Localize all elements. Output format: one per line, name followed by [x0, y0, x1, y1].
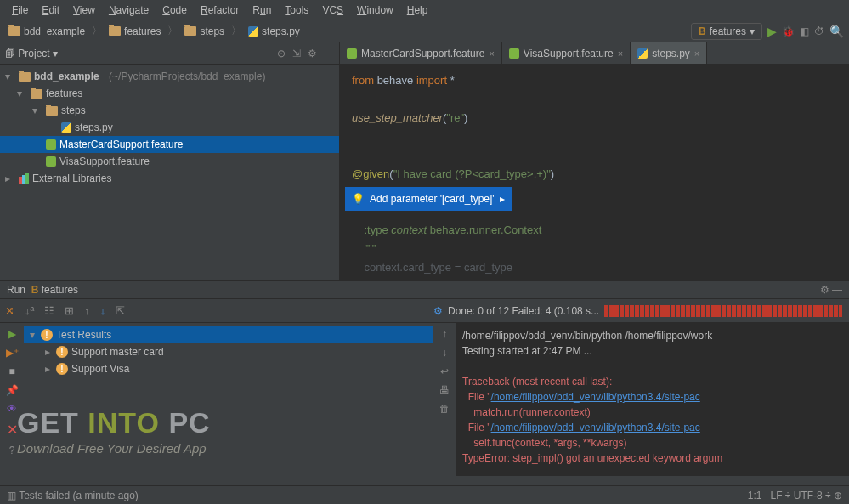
tree-visa-feature[interactable]: VisaSupport.feature	[0, 153, 339, 170]
behave-icon: B	[699, 25, 706, 37]
pin-icon[interactable]: 📌	[6, 384, 19, 396]
search-icon[interactable]: 🔍	[829, 25, 844, 38]
scroll-up-icon[interactable]: ↑	[442, 328, 447, 340]
test-results-root[interactable]: ▾!Test Results	[24, 326, 433, 343]
down-icon[interactable]: ↓	[100, 304, 106, 317]
close-icon[interactable]: ×	[694, 48, 699, 59]
status-bar: ▥ Tests failed (a minute ago) 1:1 LF ÷ U…	[0, 485, 849, 504]
warn-icon: !	[41, 329, 53, 341]
folder-icon	[109, 26, 121, 36]
console-gutter: ↑ ↓ ↩ 🖶 🗑	[433, 323, 456, 476]
menu-bar: File Edit View Navigate Code Refactor Ru…	[0, 0, 849, 20]
menu-vcs[interactable]: VCS	[315, 4, 350, 16]
close-run-icon[interactable]: ✕	[7, 422, 18, 438]
watch-icon[interactable]: 👁	[7, 403, 17, 415]
test-summary: Done: 0 of 12 Failed: 4 (0.108 s...	[448, 305, 599, 317]
library-icon	[19, 173, 29, 184]
intention-label: Add parameter '[card_type]'	[370, 190, 495, 208]
rerun-failed-icon[interactable]: ▶⁺	[6, 347, 19, 359]
sort-icon[interactable]: ↓ª	[25, 304, 34, 317]
breadcrumb: bdd_example〉 features〉 steps〉 steps.py	[5, 24, 303, 39]
run-settings-icon[interactable]: ⚙ —	[820, 284, 842, 296]
folder-icon	[8, 26, 20, 36]
export-icon[interactable]: ⇱	[116, 304, 125, 317]
tree-mastercard-feature[interactable]: MasterCardSupport.feature	[0, 136, 339, 153]
lock-icon[interactable]: ⊕	[834, 490, 842, 501]
chevron-right-icon: ▸	[500, 190, 505, 208]
warn-icon: !	[56, 346, 68, 358]
menu-window[interactable]: Window	[350, 4, 400, 16]
menu-tools[interactable]: Tools	[278, 4, 315, 16]
crumb-steps[interactable]: steps	[181, 24, 228, 39]
tree-steps[interactable]: ▾steps	[0, 102, 339, 119]
filter-icon[interactable]: ☷	[44, 304, 54, 317]
run-toolbar: ⤨ ↓ª ☷ ⊞ ↑ ↓ ⇱ ⚙ Done: 0 of 12 Failed: 4…	[0, 299, 849, 323]
crumb-file[interactable]: steps.py	[245, 24, 303, 39]
close-icon[interactable]: ×	[489, 48, 494, 59]
run-button[interactable]: ▶	[767, 25, 777, 38]
stop-icon[interactable]: ■	[8, 365, 14, 377]
menu-code[interactable]: Code	[156, 4, 194, 16]
menu-refactor[interactable]: Refactor	[194, 4, 246, 16]
feature-file-icon	[46, 156, 56, 167]
warn-icon: !	[56, 363, 68, 375]
code-editor[interactable]: from behave import * use_step_matcher("r…	[340, 65, 849, 280]
folder-icon	[19, 72, 31, 82]
close-icon[interactable]: ×	[618, 48, 623, 59]
encoding[interactable]: UTF-8	[794, 490, 823, 501]
python-file-icon	[637, 48, 648, 59]
print-icon[interactable]: 🖶	[439, 384, 450, 396]
test-visa[interactable]: ▸!Support Visa	[24, 360, 433, 377]
menu-file[interactable]: File	[5, 4, 35, 16]
scroll-from-source-icon[interactable]: ⊙	[277, 48, 286, 59]
tab-steps-py[interactable]: steps.py×	[631, 42, 707, 64]
hide-icon[interactable]: —	[324, 48, 334, 59]
test-master[interactable]: ▸!Support master card	[24, 343, 433, 360]
crumb-root[interactable]: bdd_example	[5, 24, 88, 39]
feature-file-icon	[509, 48, 519, 59]
soft-wrap-icon[interactable]: ↩	[440, 365, 449, 377]
menu-navigate[interactable]: Navigate	[102, 4, 156, 16]
rerun-icon[interactable]: ▶	[8, 328, 16, 340]
clear-icon[interactable]: 🗑	[439, 403, 450, 415]
project-view-selector[interactable]: 🗐 Project ▾	[5, 48, 58, 59]
test-progress-bar	[604, 305, 842, 317]
folder-icon	[31, 89, 42, 99]
run-config-selector[interactable]: B features ▾	[691, 23, 762, 40]
navigation-bar: bdd_example〉 features〉 steps〉 steps.py B…	[0, 20, 849, 42]
menu-edit[interactable]: Edit	[35, 4, 66, 16]
line-ending[interactable]: LF	[770, 490, 782, 501]
test-tree[interactable]: ▾!Test Results ▸!Support master card ▸!S…	[24, 323, 433, 476]
expand-icon[interactable]: ⊞	[65, 304, 74, 317]
status-message: Tests failed (a minute ago)	[19, 490, 139, 501]
console-output[interactable]: /home/filippov/bdd_venv/bin/python /home…	[456, 323, 849, 476]
up-icon[interactable]: ↑	[84, 304, 90, 317]
menu-view[interactable]: View	[66, 4, 102, 16]
project-tree[interactable]: ▾bdd_example (~/PycharmProjects/bdd_exam…	[0, 65, 339, 280]
coverage-button[interactable]: ◧	[800, 25, 809, 37]
tree-external-libs[interactable]: ▸External Libraries	[0, 170, 339, 187]
tree-project-root[interactable]: ▾bdd_example (~/PycharmProjects/bdd_exam…	[0, 68, 339, 85]
test-settings-icon[interactable]: ⚙	[433, 305, 443, 317]
scroll-down-icon[interactable]: ↓	[442, 347, 447, 359]
tree-features[interactable]: ▾features	[0, 85, 339, 102]
help-icon[interactable]: ?	[9, 445, 15, 456]
intention-popup[interactable]: 💡 Add parameter '[card_type]' ▸	[345, 187, 512, 211]
feature-file-icon	[46, 139, 56, 150]
tab-visa[interactable]: VisaSupport.feature×	[502, 42, 631, 64]
settings-icon[interactable]: ⚙	[308, 48, 317, 59]
collapse-all-icon[interactable]: ⇲	[292, 48, 301, 59]
tab-mastercard[interactable]: MasterCardSupport.feature×	[340, 42, 502, 64]
menu-help[interactable]: Help	[400, 4, 435, 16]
python-file-icon	[248, 26, 258, 37]
menu-run[interactable]: Run	[246, 4, 278, 16]
folder-icon	[46, 106, 58, 116]
editor-tabs: MasterCardSupport.feature× VisaSupport.f…	[340, 42, 849, 65]
crumb-features[interactable]: features	[105, 24, 164, 39]
debug-button[interactable]: 🐞	[782, 25, 795, 37]
caret-position[interactable]: 1:1	[748, 490, 762, 501]
tree-steps-py[interactable]: steps.py	[0, 119, 339, 136]
profile-button[interactable]: ⏱	[814, 25, 824, 37]
show-passed-icon[interactable]: ⤨	[5, 304, 14, 317]
python-file-icon	[61, 122, 71, 133]
